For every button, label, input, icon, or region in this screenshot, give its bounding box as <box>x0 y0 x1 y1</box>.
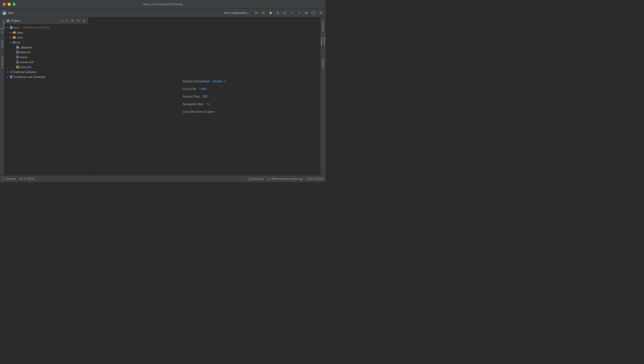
reload-button[interactable] <box>282 10 288 16</box>
todo-status[interactable]: 6: TODO <box>20 177 34 180</box>
svg-text:xml: xml <box>16 66 19 68</box>
favorites-strip[interactable]: ★ 2: Favorites <box>0 18 4 35</box>
svg-rect-8 <box>305 13 308 13</box>
settings-button[interactable] <box>318 10 324 16</box>
svg-marker-4 <box>263 12 264 14</box>
back-button[interactable] <box>289 10 295 16</box>
minimize-button[interactable] <box>8 3 11 6</box>
svg-marker-6 <box>285 12 286 12</box>
navbar-hint-shortcut: ⌥↑ <box>206 102 211 106</box>
memory-label: 1762 of 2014M <box>306 177 324 180</box>
settings-gear-button[interactable] <box>76 18 81 23</box>
betaiml-icon <box>16 51 19 54</box>
structure-strip[interactable]: 2: Structure <box>0 53 4 71</box>
main-layout: Project ▾ <box>0 18 326 175</box>
event-log-status[interactable]: i Event Log <box>247 177 264 180</box>
tree-item-mvnw[interactable]: mvnw <box>4 55 88 60</box>
pomxml-icon: xml <box>16 65 19 69</box>
terminal-status[interactable]: >_ Terminal <box>2 177 16 180</box>
svg-rect-33 <box>20 178 22 178</box>
folder-icon-mvn <box>12 36 16 39</box>
ant-build-tab[interactable]: Ant Build <box>321 56 325 71</box>
open-folder-button[interactable] <box>310 10 317 16</box>
mvn-expand-arrow <box>9 36 12 39</box>
tree-item-scratches[interactable]: S Scratches and Consoles <box>4 74 88 79</box>
terminal-label: Terminal <box>6 177 16 180</box>
run-button[interactable] <box>253 10 260 16</box>
scratches-label: Scratches and Consoles <box>14 75 46 79</box>
tree-item-mvnwcmd[interactable]: mvnw.cmd <box>4 60 88 65</box>
tree-item-gitignore[interactable]: git .gitignore <box>4 45 88 50</box>
jrebel-log-icon: ! <box>267 177 270 180</box>
mvn-label: .mvn <box>16 36 23 39</box>
debug-button[interactable] <box>260 10 266 16</box>
svg-text:git: git <box>16 47 18 48</box>
todo-label: 6: TODO <box>24 177 34 180</box>
goto-hint-shortcut: ⇧⌘N <box>199 87 207 91</box>
event-log-icon: i <box>247 177 250 180</box>
panel-title: Project <box>11 19 60 22</box>
tree-item-pomxml[interactable]: xml pom.xml <box>4 65 88 69</box>
svg-point-15 <box>78 20 79 21</box>
svg-rect-5 <box>270 12 272 14</box>
root-label: beta <box>14 26 20 29</box>
svg-rect-35 <box>20 179 22 180</box>
tree-item-extlibs[interactable]: External Libraries <box>4 69 88 74</box>
tree-item-betaiml[interactable]: beta.iml <box>4 50 88 55</box>
svg-text:M: M <box>10 27 12 29</box>
svg-rect-22 <box>16 51 19 54</box>
window-title: beta [~/Workspace/JAVA/beta] <box>143 3 182 6</box>
collapse-button[interactable] <box>70 18 75 23</box>
database-tab[interactable]: Database <box>321 18 325 35</box>
scratches-icon: S <box>10 75 13 78</box>
add-configuration-button[interactable]: Add Configuration... <box>221 10 252 16</box>
svg-point-10 <box>320 12 321 14</box>
close-panel-button[interactable] <box>82 18 86 23</box>
panel-dropdown-arrow[interactable]: ▾ <box>62 19 63 22</box>
memory-status[interactable]: 1762 of 2014M <box>306 177 324 180</box>
mvnwcmd-icon <box>16 60 19 64</box>
close-button[interactable] <box>3 3 6 6</box>
idea-label: .idea <box>16 31 23 34</box>
hint-recent: Recent Files ⌘E <box>183 95 208 98</box>
maven-projects-tab[interactable]: Maven Projects <box>320 35 326 56</box>
hint-search: Search Everywhere Double ⇧ <box>183 79 226 83</box>
search-hint-shortcut: Double ⇧ <box>213 79 226 83</box>
betaiml-label: beta.iml <box>20 51 30 54</box>
editor-hints: Search Everywhere Double ⇧ Go to File ⇧⌘… <box>183 79 226 113</box>
sync-button[interactable] <box>64 18 69 23</box>
svg-rect-23 <box>16 56 19 59</box>
svg-marker-13 <box>67 20 67 20</box>
toolbar-left: ☕ beta <box>2 11 14 16</box>
root-module-icon: M <box>10 26 13 29</box>
svg-rect-34 <box>20 179 22 179</box>
mvnwcmd-label: mvnw.cmd <box>20 60 33 64</box>
panel-header: Project ▾ <box>4 18 88 24</box>
svg-rect-28 <box>10 71 12 73</box>
build-button[interactable] <box>274 10 281 16</box>
traffic-lights <box>3 3 16 6</box>
jrebel-strip[interactable]: JRebel <box>0 35 4 53</box>
recent-hint-label: Recent Files <box>183 95 200 98</box>
tree-item-idea[interactable]: .idea <box>4 30 88 35</box>
tree-item-mvn[interactable]: .mvn <box>4 35 88 40</box>
stop-button[interactable] <box>268 10 274 16</box>
root-path: ~/Workspace/JAVA/beta <box>21 26 50 29</box>
jrebel-log-status[interactable]: ! JRebel remote servers log <box>267 177 302 180</box>
more-button[interactable] <box>303 10 310 16</box>
forward-button[interactable] <box>296 10 302 16</box>
hint-navbar: Navigation Bar ⌥↑ <box>183 102 211 106</box>
gitignore-icon: git <box>16 46 19 49</box>
toolbar: ☕ beta Add Configuration... <box>0 9 326 18</box>
svg-rect-7 <box>305 12 308 13</box>
gitignore-label: .gitignore <box>20 46 32 49</box>
src-label: src <box>16 41 20 44</box>
maximize-button[interactable] <box>12 3 16 6</box>
toolbar-right: Add Configuration... <box>221 10 324 16</box>
svg-text:>_: >_ <box>2 178 4 180</box>
project-folder-icon <box>6 19 10 22</box>
mvnw-label: mvnw <box>20 56 27 59</box>
tree-item-src[interactable]: src <box>4 40 88 45</box>
jrebel-log-label: JRebel remote servers log <box>271 177 302 180</box>
tree-root-beta[interactable]: M beta ~/Workspace/JAVA/beta <box>4 25 88 30</box>
